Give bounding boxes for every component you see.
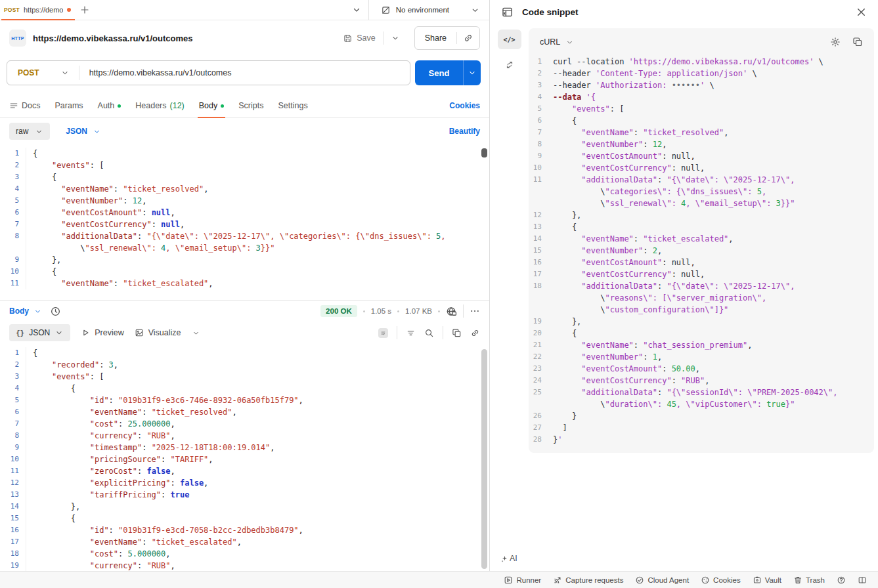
send-label: Send xyxy=(415,68,463,78)
footer-cloud-agent[interactable]: Cloud Agent xyxy=(629,576,695,585)
status-bar: RunnerCapture requestsCloud AgentCookies… xyxy=(0,571,878,588)
snippet-copy-icon[interactable] xyxy=(852,37,863,47)
postbot-ai-button[interactable]: AI xyxy=(500,554,517,563)
footer-cookies[interactable]: Cookies xyxy=(695,576,747,585)
save-options-chevron-icon[interactable] xyxy=(391,33,400,43)
response-more-icon[interactable] xyxy=(470,306,480,316)
environment-selector[interactable]: No environment xyxy=(369,0,489,20)
preview-tab[interactable]: Preview xyxy=(81,328,123,337)
footer-help[interactable] xyxy=(831,576,852,585)
url-box: POST https://demo.vibekassa.ru/v1/outcom… xyxy=(7,60,410,85)
response-body-label: Body xyxy=(9,306,29,316)
line-number: 4 xyxy=(0,383,26,394)
code-line: 14 }, xyxy=(0,501,489,513)
body-language-selector[interactable]: JSON xyxy=(66,127,101,136)
footer-panel[interactable] xyxy=(852,576,873,585)
save-button[interactable]: Save xyxy=(335,33,384,43)
method-selector[interactable]: POST xyxy=(7,68,39,77)
view-options-chevron-icon[interactable] xyxy=(192,329,200,337)
response-body-selector[interactable]: Body xyxy=(9,306,42,316)
line-number xyxy=(529,398,548,410)
tab-headers[interactable]: Headers(12) xyxy=(135,94,184,117)
network-info-icon[interactable] xyxy=(446,306,457,317)
close-icon[interactable] xyxy=(855,6,867,18)
status-badge[interactable]: 200 OK xyxy=(320,305,357,317)
search-icon[interactable] xyxy=(424,328,434,338)
response-size[interactable]: 1.07 KB xyxy=(405,307,432,315)
snippet-rail: </> AI xyxy=(491,24,528,571)
footer-vault[interactable]: Vault xyxy=(747,576,787,585)
snippet-code[interactable]: 1curl --location 'https://demo.vibekassa… xyxy=(529,56,874,446)
line-number: 10 xyxy=(529,162,548,174)
share-button[interactable]: Share xyxy=(415,33,456,43)
send-button[interactable]: Send xyxy=(415,60,481,85)
response-format-selector[interactable]: {} JSON xyxy=(9,324,70,341)
url-input[interactable]: https://demo.vibekassa.ru/v1/outcomes xyxy=(79,68,232,77)
code-line: 16 "id": "019b31f9-e3cd-7058-b2cc-2dbedb… xyxy=(0,524,489,536)
tab-settings[interactable]: Settings xyxy=(278,94,307,117)
wrap-text-icon[interactable] xyxy=(378,328,388,338)
line-number: 12 xyxy=(529,209,548,221)
line-number: 15 xyxy=(529,245,548,257)
tab-scripts[interactable]: Scripts xyxy=(238,94,263,117)
response-body-viewer[interactable]: 1{2 "recorded": 3,3 "events": [4 {5 "id"… xyxy=(0,344,489,571)
line-number: 1 xyxy=(0,347,26,359)
footer-capture-requests[interactable]: Capture requests xyxy=(547,576,629,585)
separator-dot xyxy=(438,310,440,312)
body-language-label: JSON xyxy=(66,127,87,136)
tab-label: Body xyxy=(199,101,218,110)
body-mode-chevron-icon xyxy=(35,127,43,136)
line-number: 11 xyxy=(0,465,26,477)
divider xyxy=(384,32,384,45)
code-line: 11 "eventName": "ticket_escalated", xyxy=(0,278,489,289)
code-line: 4--data '{ xyxy=(529,91,874,103)
sync-icon[interactable] xyxy=(504,60,515,70)
new-tab-button[interactable] xyxy=(76,1,93,18)
code-line: 19 "currency": "RUB", xyxy=(0,560,489,571)
response-header: Body 200 OK 1.05 s 1.07 KB xyxy=(0,301,489,322)
code-line: 7 "eventCostCurrency": null, xyxy=(0,219,489,230)
line-number: 18 xyxy=(529,280,548,292)
footer-trash[interactable]: Trash xyxy=(787,576,831,585)
snippet-settings-icon[interactable] xyxy=(830,37,841,47)
line-number xyxy=(529,186,548,198)
tab-params[interactable]: Params xyxy=(55,94,83,117)
response-history-icon[interactable] xyxy=(50,306,61,317)
line-number: 9 xyxy=(0,254,26,266)
request-title-row: HTTP https://demo.vibekassa.ru/v1/outcom… xyxy=(0,20,489,56)
response-link-icon[interactable] xyxy=(470,328,480,338)
filter-icon[interactable] xyxy=(406,328,416,338)
copy-link-icon[interactable] xyxy=(457,27,479,49)
response-scrollbar[interactable] xyxy=(481,349,487,569)
line-number: 14 xyxy=(0,501,26,513)
cookies-link[interactable]: Cookies xyxy=(449,101,480,110)
response-time[interactable]: 1.05 s xyxy=(371,307,391,315)
tab-label: Headers xyxy=(135,101,166,110)
body-mode-selector[interactable]: raw xyxy=(9,123,50,140)
snippet-language-selector[interactable]: cURL xyxy=(540,37,574,47)
method-chevron-icon[interactable] xyxy=(60,68,70,77)
code-line: 7 "cost": 25.000000, xyxy=(0,418,489,430)
footer-label: Cloud Agent xyxy=(648,576,689,584)
request-body-editor[interactable]: 1{2 "events": [3 {4 "eventName": "ticket… xyxy=(0,144,489,301)
code-line: 26 } xyxy=(529,410,874,422)
line-number: 6 xyxy=(0,207,26,219)
code-view-button[interactable]: </> xyxy=(498,30,521,49)
code-line: 18 "cost": 5.000000, xyxy=(0,548,489,560)
tab-body[interactable]: Body xyxy=(199,94,225,117)
tab-docs[interactable]: Docs xyxy=(9,94,40,117)
footer-runner[interactable]: Runner xyxy=(498,576,547,585)
tab-list-chevron-icon[interactable] xyxy=(351,5,362,15)
copy-response-icon[interactable] xyxy=(452,328,462,338)
send-options-chevron-icon[interactable] xyxy=(463,60,481,85)
code-line: 13 { xyxy=(529,221,874,233)
beautify-link[interactable]: Beautify xyxy=(449,127,480,136)
http-request-icon: HTTP xyxy=(9,30,26,47)
tab-auth[interactable]: Auth xyxy=(98,94,121,117)
editor-scrollbar[interactable] xyxy=(481,148,487,158)
trash-icon xyxy=(793,576,802,585)
request-tab[interactable]: POST https://demo.vibekass xyxy=(0,0,76,20)
line-number: 23 xyxy=(529,363,548,375)
visualize-tab[interactable]: Visualize xyxy=(135,328,181,337)
panel-icon xyxy=(858,576,867,585)
